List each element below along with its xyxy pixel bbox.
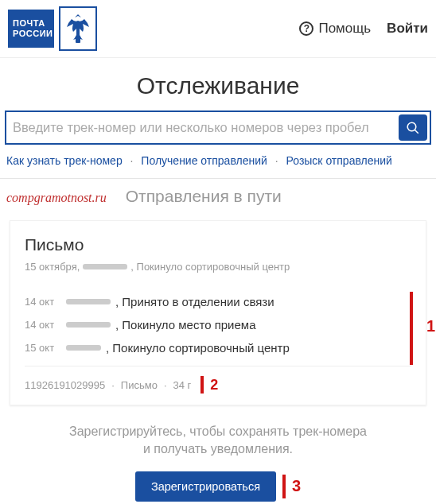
sub-links: Как узнать трек-номер · Получение отправ…: [0, 154, 436, 178]
redacted-blur: [66, 345, 101, 351]
event-text: , Покинуло место приема: [115, 318, 256, 331]
link-how-track[interactable]: Как узнать трек-номер: [6, 154, 123, 167]
link-receive[interactable]: Получение отправлений: [141, 154, 267, 167]
section-title: Отправления в пути: [126, 187, 282, 206]
link-search-shipment[interactable]: Розыск отправлений: [286, 154, 392, 167]
search-button[interactable]: [399, 114, 427, 141]
event-row: 15 окт , Покинуло сортировочный центр: [25, 341, 411, 355]
event-date: 15 окт: [25, 342, 61, 354]
annotation-bracket-1: [410, 292, 413, 365]
search-row: [5, 110, 431, 145]
card-footer: 11926191029995 · Письмо · 34 г 2: [25, 366, 411, 394]
topbar-right: ? Помощь Войти: [299, 21, 428, 37]
watermark: compgramotnost.ru: [6, 191, 107, 205]
event-text: , Принято в отделении связи: [115, 295, 274, 308]
logo-emblem[interactable]: [59, 6, 97, 51]
event-row: 14 окт , Принято в отделении связи: [25, 295, 411, 308]
shipment-card[interactable]: Письмо 15 октября, , Покинуло сортировоч…: [10, 220, 426, 405]
cta-text: Зарегистрируйтесь, чтобы сохранять трек-…: [24, 423, 412, 459]
svg-rect-0: [76, 37, 80, 43]
event-text: , Покинуло сортировочный центр: [106, 341, 290, 355]
separator-dot: ·: [126, 154, 138, 167]
shipment-weight: 34 г: [173, 379, 192, 391]
eagle-icon: [62, 11, 94, 46]
help-icon: ?: [299, 21, 313, 36]
shipment-title: Письмо: [25, 235, 411, 254]
logo-text[interactable]: ПОЧТА РОССИИ: [8, 10, 54, 48]
timeline: 1 14 окт , Принято в отделении связи 14 …: [25, 295, 411, 355]
page-title: Отслеживание: [0, 72, 436, 99]
login-link[interactable]: Войти: [387, 21, 428, 37]
search-icon: [406, 121, 420, 135]
logo-line1: ПОЧТА: [13, 18, 49, 29]
annotation-mark-2: [200, 376, 204, 394]
cta-line2: и получать уведомления.: [24, 440, 412, 458]
annotation-number-1: 1: [426, 317, 435, 335]
annotation-mark-3: [282, 475, 286, 498]
cta-line1: Зарегистрируйтесь, чтобы сохранять трек-…: [24, 423, 412, 440]
cta-row: Зарегистрироваться 3: [0, 471, 436, 502]
sub-date: 15 октября,: [25, 261, 80, 273]
help-label: Помощь: [318, 21, 371, 37]
register-button[interactable]: Зарегистрироваться: [135, 471, 276, 502]
shipment-subtitle: 15 октября, , Покинуло сортировочный цен…: [25, 261, 411, 273]
separator-dot: ·: [164, 379, 167, 391]
annotation-number-3: 3: [292, 477, 301, 495]
separator-dot: ·: [111, 379, 115, 391]
redacted-blur: [66, 299, 111, 304]
separator-dot: ·: [271, 154, 283, 167]
track-number: 11926191029995: [25, 379, 105, 391]
event-date: 14 окт: [25, 296, 61, 308]
event-date: 14 окт: [25, 319, 61, 331]
redacted-blur: [66, 322, 111, 328]
logo-line2: РОССИИ: [13, 29, 49, 39]
track-search-input[interactable]: [6, 112, 396, 143]
top-bar: ПОЧТА РОССИИ ? Помощь Войти: [0, 0, 436, 58]
sub-status: , Покинуло сортировочный центр: [130, 261, 290, 273]
shipment-type: Письмо: [121, 379, 158, 391]
annotation-number-2: 2: [210, 377, 218, 394]
section-header: compgramotnost.ru Отправления в пути: [0, 178, 436, 214]
redacted-blur: [83, 264, 127, 269]
help-link[interactable]: ? Помощь: [299, 21, 371, 37]
event-row: 14 окт , Покинуло место приема: [25, 318, 411, 331]
